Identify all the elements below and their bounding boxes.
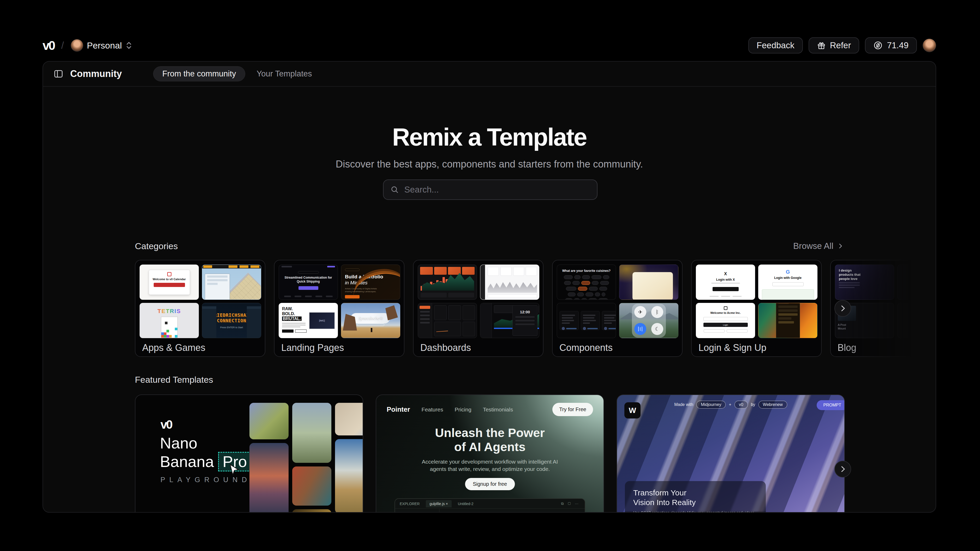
- editor-file-tree: ∨ VSCODE › build › extensions: [395, 509, 439, 513]
- category-card-components[interactable]: What are your favorite cuisines?: [552, 260, 682, 357]
- tab-your-templates[interactable]: Your Templates: [257, 69, 312, 78]
- category-card-landing-pages[interactable]: Streamlined Communication for Quick Ship…: [274, 260, 404, 357]
- browse-all-link[interactable]: Browse All: [793, 241, 844, 251]
- categories-next-button[interactable]: [834, 300, 851, 317]
- hero-subtitle: Discover the best apps, components and s…: [43, 159, 935, 170]
- category-card-apps-games[interactable]: Welcome to v0 Calendar TETRIS F: [135, 260, 265, 357]
- x-logo: X: [724, 272, 727, 276]
- thumb-text: Synecdoche®: [341, 316, 400, 321]
- thumb-image-placeholder: [IMG]: [309, 312, 335, 329]
- pointer-try-free-button: Try for Free: [552, 403, 593, 416]
- pointer-nav-pricing: Pricing: [455, 406, 471, 413]
- plus-sign: +: [729, 402, 731, 407]
- wifi-icon: 〣: [634, 323, 646, 335]
- nano-title-line1: Nano: [160, 434, 197, 452]
- editor-code: 1 /*------------------------------------…: [439, 509, 568, 513]
- by-label: by: [751, 402, 755, 407]
- prompt-button: PROMPT: [817, 400, 845, 410]
- thumb-text: What are your favorite cuisines?: [562, 269, 611, 272]
- workspace-switcher[interactable]: Personal: [71, 39, 132, 52]
- category-card-login-signup[interactable]: X Login with X G Login with Google Welco…: [691, 260, 822, 357]
- workspace-avatar: [71, 39, 83, 52]
- breadcrumb-slash: /: [61, 40, 64, 51]
- featured-card-webrenew[interactable]: W Made with Midjourney + v0 by Webrenew …: [617, 395, 845, 513]
- pointer-editor-mock: EXPLORER gulpfile.js × Untitled-2 ⧉ ▢ ⋯ …: [395, 498, 585, 513]
- thumbnail-isometric-game: [202, 264, 261, 300]
- bluetooth-icon: ᛒ: [651, 306, 663, 318]
- category-label: Dashboards: [420, 342, 471, 353]
- thumb-text: TETRIS: [158, 308, 181, 315]
- category-card-dashboards[interactable]: 12:00 Dashboards: [413, 260, 544, 357]
- thumb-text: Mount: [838, 327, 846, 330]
- photo-landscape-painting: [292, 403, 331, 463]
- thumb-text: Streamlined Communication for Quick Ship…: [282, 276, 334, 283]
- thumbnail-portfolio-landing: Build a Portfolio in Minutes Artists Com…: [341, 264, 400, 300]
- made-with-label: Made with: [674, 402, 693, 407]
- pointer-heading: Unleash the Power of AI Agents: [376, 426, 603, 454]
- wave-overlay-card: Transform Your Vision Into Reality Use G…: [625, 481, 766, 513]
- categories-section-label: Categories: [135, 241, 178, 251]
- tab-from-the-community[interactable]: From the community: [153, 66, 245, 81]
- gift-icon: [817, 41, 826, 50]
- thumbnail-calendar-app: Welcome to v0 Calendar: [140, 264, 199, 300]
- photo-people: [292, 467, 331, 506]
- cursor-arrow-icon: [227, 463, 241, 477]
- category-label: Components: [559, 342, 612, 353]
- featured-card-nano-banana[interactable]: v0 Nano Banana Pro PLAYGROUND: [135, 395, 363, 513]
- thumbnail-cuisine-chips: What are your favorite cuisines?: [557, 264, 616, 300]
- photo-pills: [335, 403, 363, 435]
- feedback-label: Feedback: [757, 40, 794, 50]
- featured-section-label: Featured Templates: [135, 375, 213, 385]
- thumbnail-testimonials: [557, 303, 616, 338]
- thumbnail-blog-dark: [897, 264, 936, 300]
- wave-body: Use GSAP animations alongside Midjourney…: [633, 510, 757, 513]
- pointer-nav-testimonials: Testimonials: [483, 406, 513, 413]
- v0-logo: v0: [161, 417, 172, 432]
- thumb-text: Login with Google: [774, 276, 802, 280]
- thumb-text: BRUTAL.: [282, 317, 302, 321]
- top-bar: v0 / Personal Feedback Refer: [43, 33, 936, 58]
- thumbnail-dashboard-orange: [418, 264, 477, 300]
- v0-logo[interactable]: v0: [43, 38, 54, 53]
- featured-next-button[interactable]: [834, 461, 851, 478]
- editor-explorer-label: EXPLORER: [400, 502, 420, 506]
- page-title: Community: [70, 68, 122, 79]
- credits-icon: [873, 41, 883, 50]
- search-input[interactable]: [404, 185, 590, 194]
- thumb-text: Login with X: [716, 278, 735, 282]
- thumbnail-brutalist-landing: RAW. BOLD. BRUTAL. [IMG]: [278, 303, 338, 338]
- category-label: Apps & Games: [142, 342, 205, 353]
- featured-card-pointer[interactable]: Pointer Features Pricing Testimonials Tr…: [376, 395, 604, 513]
- search-bar[interactable]: [383, 180, 598, 200]
- updown-caret-icon: [126, 41, 132, 50]
- editor-tab-untitled: Untitled-2: [458, 502, 474, 506]
- thumbnail-gradient-card: [619, 264, 678, 300]
- thumb-button: Login: [703, 323, 748, 327]
- nano-banana-text: Banana: [160, 453, 214, 471]
- thumb-text: Welcome to v0 Calendar: [151, 277, 187, 281]
- thumbnail-friedrichshain-game: FRIEDRICHSHAIN CONNECTION Press ENTER to…: [202, 303, 261, 338]
- sidebar-toggle-icon[interactable]: [54, 69, 64, 79]
- refer-button[interactable]: Refer: [808, 37, 859, 54]
- category-label: Login & Sign Up: [698, 342, 766, 353]
- webrenew-badge: Webrenew: [759, 401, 787, 409]
- pointer-signup-button: Signup for free: [465, 478, 515, 490]
- midjourney-badge: Midjourney: [696, 401, 725, 409]
- google-logo: G: [786, 269, 790, 275]
- search-icon: [390, 185, 399, 194]
- credits-button[interactable]: 71.49: [865, 37, 917, 54]
- chevron-right-icon: [839, 465, 847, 473]
- pointer-nav-features: Features: [422, 406, 443, 413]
- feedback-button[interactable]: Feedback: [748, 37, 803, 54]
- photo-mountain-lake: [335, 439, 363, 513]
- thumbnail-dashboard-monitor: 12:00: [480, 303, 539, 338]
- chevron-right-icon: [837, 243, 844, 249]
- refer-label: Refer: [830, 40, 851, 50]
- editor-tab-gulpfile: gulpfile.js ×: [426, 500, 451, 508]
- editor-window-icons: ⧉ ▢ ⋯: [561, 502, 580, 506]
- photo-bottles: [292, 509, 331, 513]
- user-avatar[interactable]: [923, 38, 936, 52]
- v0-badge: v0: [735, 401, 748, 409]
- thumbnail-login-google: G Login with Google: [758, 264, 818, 300]
- panel-header: Community From the community Your Templa…: [43, 62, 935, 87]
